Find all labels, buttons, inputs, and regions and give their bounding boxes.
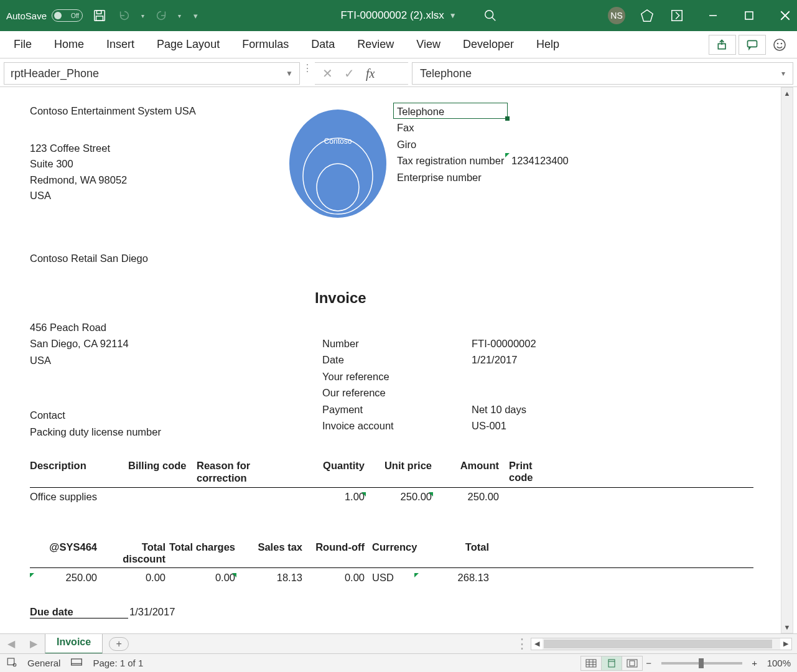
ribbon-options-icon[interactable] bbox=[669, 7, 685, 24]
comments-button[interactable] bbox=[739, 35, 766, 55]
totals: @SYS464 Total discount Total charges Sal… bbox=[30, 541, 753, 584]
search-icon[interactable] bbox=[478, 4, 502, 27]
hscroll-thumb[interactable] bbox=[544, 640, 772, 648]
name-box-dropdown-icon[interactable]: ▼ bbox=[286, 69, 293, 78]
contoso-logo: Contoso bbox=[285, 103, 391, 221]
svg-point-3 bbox=[485, 11, 493, 19]
scroll-down-icon[interactable]: ▼ bbox=[781, 622, 793, 633]
tab-insert[interactable]: Insert bbox=[106, 38, 134, 51]
customize-qat-icon[interactable]: ▾ bbox=[193, 11, 198, 21]
giro-label: Giro bbox=[397, 136, 509, 152]
undo-more-icon[interactable]: ▾ bbox=[141, 12, 144, 19]
cancel-formula-icon[interactable]: ✕ bbox=[322, 66, 333, 81]
fbar-sep: ⋮ bbox=[300, 62, 315, 74]
line-qty: 1.00 bbox=[284, 491, 365, 503]
formula-value: Telephone bbox=[420, 67, 472, 80]
th-sys: @SYS464 bbox=[30, 541, 97, 565]
th-tax: Sales tax bbox=[235, 541, 302, 565]
formula-expand-icon[interactable]: ▾ bbox=[781, 69, 785, 78]
svg-rect-6 bbox=[672, 11, 683, 21]
user-avatar[interactable]: NS bbox=[608, 7, 625, 24]
smiley-feedback-icon[interactable] bbox=[768, 37, 791, 52]
tax-reg-label: Tax registration number bbox=[397, 152, 509, 169]
save-icon[interactable] bbox=[91, 7, 108, 24]
svg-point-15 bbox=[781, 43, 782, 44]
close-icon[interactable] bbox=[777, 7, 793, 24]
enter-formula-icon[interactable]: ✓ bbox=[344, 66, 355, 81]
fx-icon[interactable]: fx bbox=[366, 67, 375, 81]
formula-bar: rptHeader_Phone ▼ ⋮ ✕ ✓ fx Telephone ▾ bbox=[0, 58, 797, 87]
th-total: Total bbox=[414, 541, 489, 565]
share-button[interactable] bbox=[709, 35, 736, 55]
premium-icon[interactable] bbox=[639, 7, 655, 24]
zoom-in-button[interactable]: + bbox=[748, 658, 761, 668]
tab-developer[interactable]: Developer bbox=[463, 38, 514, 51]
svg-rect-32 bbox=[630, 661, 635, 666]
zoom-thumb[interactable] bbox=[699, 658, 704, 668]
filename: FTI-00000002 (2).xlsx bbox=[340, 9, 444, 22]
tab-review[interactable]: Review bbox=[357, 38, 394, 51]
formula-input[interactable]: Telephone ▾ bbox=[412, 62, 793, 85]
right-meta: NumberFTI-00000002 Date1/21/2017 Your re… bbox=[322, 319, 753, 440]
tab-data[interactable]: Data bbox=[311, 38, 335, 51]
tv-round: 0.00 bbox=[302, 572, 365, 584]
filename-menu-icon[interactable]: ▼ bbox=[449, 11, 457, 20]
tab-nav-prev[interactable]: ◀ bbox=[0, 638, 22, 650]
svg-text:Contoso: Contoso bbox=[324, 137, 352, 146]
tv-charge: 0.00 bbox=[165, 572, 235, 584]
tab-nav-next[interactable]: ▶ bbox=[22, 638, 45, 650]
tab-file[interactable]: File bbox=[14, 38, 32, 51]
vertical-scrollbar[interactable]: ▲ ▼ bbox=[781, 87, 793, 633]
zoom-slider[interactable] bbox=[661, 662, 742, 665]
line-up: 250.00 bbox=[365, 491, 432, 503]
tv-total: 268.13 bbox=[414, 572, 489, 584]
horizontal-scrollbar[interactable]: ◀ ▶ bbox=[531, 638, 792, 650]
redo-more-icon[interactable]: ▾ bbox=[178, 12, 181, 19]
macro-record-icon[interactable] bbox=[6, 656, 17, 670]
tv-curr: USD bbox=[365, 572, 414, 584]
tab-help[interactable]: Help bbox=[536, 38, 559, 51]
view-page-layout[interactable] bbox=[601, 656, 622, 671]
tab-page-layout[interactable]: Page Layout bbox=[157, 38, 220, 51]
line-items: Description Billing code Reason for corr… bbox=[30, 460, 753, 503]
sheet-tab-invoice[interactable]: Invoice bbox=[45, 634, 103, 654]
enterprise-label: Enterprise number bbox=[397, 169, 534, 185]
zoom-out-button[interactable]: − bbox=[643, 658, 655, 668]
active-cell-border bbox=[393, 103, 508, 119]
svg-line-4 bbox=[492, 17, 496, 21]
undo-icon[interactable] bbox=[116, 7, 133, 24]
view-normal[interactable] bbox=[580, 656, 602, 671]
scroll-left-icon[interactable]: ◀ bbox=[531, 640, 543, 648]
new-sheet-button[interactable]: + bbox=[109, 637, 129, 651]
accessibility-icon[interactable] bbox=[70, 657, 83, 669]
redo-icon[interactable] bbox=[153, 7, 169, 24]
tab-view[interactable]: View bbox=[416, 38, 440, 51]
view-page-break[interactable] bbox=[622, 656, 643, 671]
minimize-icon[interactable] bbox=[705, 7, 721, 24]
sheet-area[interactable]: Contoso Entertainment System USA 123 Cof… bbox=[4, 87, 780, 633]
tab-formulas[interactable]: Formulas bbox=[242, 38, 289, 51]
name-box-value: rptHeader_Phone bbox=[11, 67, 99, 80]
tabs-splitter[interactable]: ⋮ bbox=[511, 636, 531, 652]
scroll-up-icon[interactable]: ▲ bbox=[781, 88, 793, 99]
status-page: Page: 1 of 1 bbox=[93, 658, 143, 668]
invoice-title: Invoice bbox=[315, 289, 753, 307]
number-value: FTI-00000002 bbox=[472, 335, 753, 352]
col-qty: Quantity bbox=[284, 460, 365, 485]
contact-block: Telephone Fax Giro Tax registration numb… bbox=[397, 103, 753, 185]
status-bar: General Page: 1 of 1 − + 100% bbox=[0, 653, 797, 672]
due-date: Due date 1/31/2017 bbox=[30, 606, 753, 618]
company-addr4: USA bbox=[30, 188, 291, 204]
autosave-toggle[interactable]: AutoSave Off bbox=[6, 9, 83, 22]
fx-controls: ✕ ✓ fx bbox=[315, 62, 408, 85]
scroll-right-icon[interactable]: ▶ bbox=[780, 640, 791, 648]
quick-access: AutoSave Off ▾ ▾ ▾ bbox=[6, 7, 198, 24]
zoom-value[interactable]: 100% bbox=[767, 658, 791, 668]
view-controls: − + 100% bbox=[581, 656, 791, 671]
maximize-icon[interactable] bbox=[741, 7, 757, 24]
page-content: Contoso Entertainment System USA 123 Cof… bbox=[4, 87, 780, 625]
fill-handle[interactable] bbox=[505, 116, 510, 121]
autosave-switch[interactable]: Off bbox=[52, 9, 83, 22]
name-box[interactable]: rptHeader_Phone ▼ bbox=[4, 62, 300, 85]
tab-home[interactable]: Home bbox=[54, 38, 84, 51]
